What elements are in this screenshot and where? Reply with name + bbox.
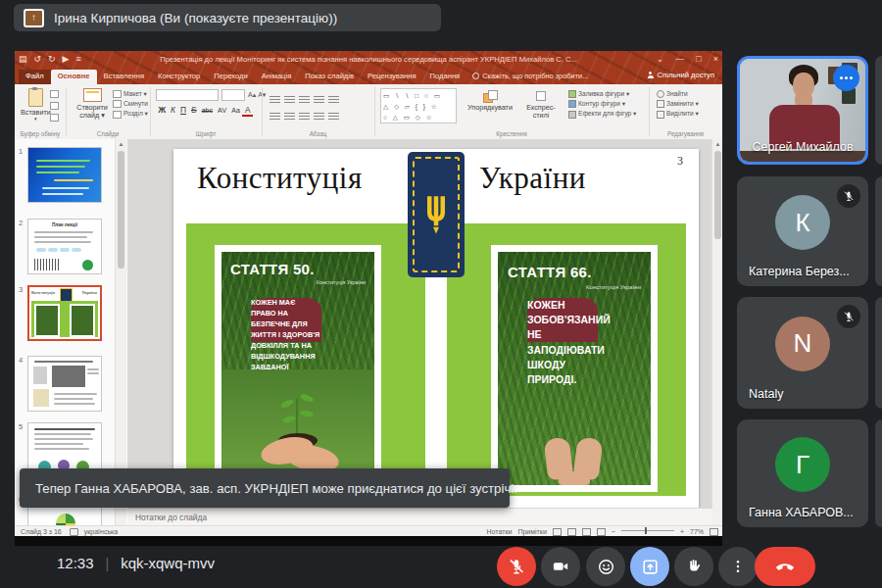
lightbulb-icon (472, 73, 479, 79)
reading-view-icon[interactable] (582, 528, 591, 536)
reset-button[interactable]: Скинути (113, 99, 148, 109)
tab-animations[interactable]: Анімація (255, 70, 299, 84)
camera-icon (552, 558, 569, 575)
reactions-button[interactable] (586, 547, 625, 586)
find-button[interactable]: Знайти (657, 89, 699, 99)
current-slide[interactable]: 3 Конституція України СТАТТЯ 5 (173, 149, 699, 508)
new-slide-button[interactable]: Створити слайд ▾ (72, 88, 113, 121)
smiley-icon (597, 558, 615, 576)
scroll-up-icon[interactable]: ▲ (712, 139, 722, 149)
cut-icon[interactable] (50, 90, 59, 98)
zoom-out-button[interactable]: − (612, 528, 615, 535)
slide-thumbnail-4[interactable] (27, 356, 102, 412)
tab-file[interactable]: Файл (19, 70, 51, 84)
tab-insert[interactable]: Вставлення (97, 70, 152, 84)
copy-icon[interactable] (50, 102, 59, 110)
char-spacing-button[interactable]: АV (215, 104, 228, 117)
tell-me-box[interactable]: Скажіть, що потрібно зробити... (466, 69, 594, 84)
group-clipboard-label: Буфер обміну (15, 130, 66, 137)
shape-effects-button[interactable]: Ефекти для фігур ▾ (568, 109, 636, 119)
strikethrough-button[interactable]: S (189, 104, 200, 117)
avatar: N (775, 317, 830, 371)
paste-button[interactable]: Вставити▾ (21, 88, 51, 122)
minimize-button[interactable]: — (675, 52, 684, 66)
mic-off-icon (837, 305, 860, 328)
participant-tile-video[interactable]: Сергей Михайлов (737, 56, 868, 165)
customize-qat-icon[interactable]: ≡ (76, 53, 81, 66)
maximize-button[interactable]: □ (696, 52, 701, 66)
more-options-button[interactable] (718, 547, 758, 586)
article66-body: КОЖЕН ЗОБОВ'ЯЗАНИЙ НЕ ЗАПОДІЮВАТИ ШКОДУ … (527, 298, 598, 342)
undo-icon[interactable]: ↺ (34, 53, 42, 66)
tab-transitions[interactable]: Переходи (207, 70, 254, 84)
arrange-button[interactable]: Упорядкувати (466, 90, 514, 112)
spellcheck-icon[interactable] (70, 528, 78, 536)
font-size-select[interactable] (221, 89, 245, 101)
comments-toggle[interactable]: Примітки (517, 528, 546, 535)
participant-tile-katerina[interactable]: К Катерина Берез... (737, 176, 868, 286)
notes-toggle[interactable]: Нотатки (487, 528, 513, 535)
slideshow-view-icon[interactable] (597, 528, 606, 536)
align-buttons[interactable] (268, 108, 341, 125)
article50-heading: СТАТТЯ 50. (230, 261, 366, 277)
scroll-up-icon[interactable]: ▲ (116, 139, 126, 149)
zoom-slider[interactable] (621, 530, 674, 531)
slideshow-icon[interactable]: ▶ (63, 53, 70, 66)
participant-tile-nataly[interactable]: N Nataly (737, 297, 868, 409)
tab-slideshow[interactable]: Показ слайдів (298, 70, 361, 84)
italic-button[interactable]: К (169, 104, 178, 117)
bullet-list-buttons[interactable] (268, 91, 341, 109)
font-color-button[interactable]: А (242, 105, 253, 117)
select-button[interactable]: Виділити ▾ (657, 109, 699, 119)
normal-view-icon[interactable] (553, 528, 562, 536)
section-button[interactable]: Розділ ▾ (113, 109, 148, 119)
slide-title-word2: України (479, 161, 586, 196)
slide-area-scrollbar[interactable]: ▲ (711, 139, 722, 535)
bold-button[interactable]: Ж (156, 104, 169, 117)
ribbon-options-button[interactable]: ⌄ (657, 52, 664, 66)
raise-hand-button[interactable] (674, 547, 713, 586)
mic-toggle-button[interactable] (497, 547, 536, 586)
tab-view[interactable]: Подання (423, 70, 467, 84)
poster-article-50: СТАТТЯ 50. КОЖЕН МАЄ ПРАВО НА БЕЗПЕЧНЕ Д… (215, 245, 381, 492)
tile-more-options-button[interactable] (833, 65, 859, 91)
language-indicator[interactable]: українська (84, 528, 118, 535)
tab-review[interactable]: Рецензування (361, 70, 423, 84)
save-icon[interactable]: ▤ (19, 53, 27, 66)
notes-panel[interactable]: Нотатки до слайда (127, 508, 712, 526)
underline-button[interactable]: П (178, 104, 189, 117)
tab-home[interactable]: Основне (51, 70, 97, 84)
shape-fill-button[interactable]: Заливка фігури ▾ (568, 89, 636, 99)
shape-outline-button[interactable]: Контур фігури ▾ (568, 99, 636, 109)
format-painter-icon[interactable] (50, 114, 59, 122)
quick-styles-button[interactable]: Експрес-стилі (519, 90, 563, 121)
avatar: Г (775, 437, 830, 492)
slide-sorter-icon[interactable] (567, 528, 576, 536)
ribbon-tabs: Файл Основне Вставлення Конструктор Пере… (19, 68, 594, 84)
slide-thumbnail-3-selected[interactable]: Конституція України (27, 285, 102, 341)
presenting-banner: ↑ Ірина Кирпичова (Ви (показуєте презент… (14, 4, 441, 31)
present-screen-icon: ↑ (24, 9, 44, 27)
tab-design[interactable]: Конструктор (151, 70, 207, 84)
shapes-gallery[interactable]: ▭ ∖ ∖ □ ○ ▭ △ ◇ ▱ { } ☆ ○ △ ▭ ◇ ☆ (380, 88, 457, 123)
replace-button[interactable]: Замінити ▾ (657, 99, 699, 109)
clear-format-button[interactable]: abc (199, 104, 215, 117)
article66-heading: СТАТТЯ 66. (508, 264, 641, 280)
camera-toggle-button[interactable] (541, 547, 580, 586)
close-button[interactable]: × (713, 52, 718, 66)
fit-slide-icon[interactable] (710, 528, 718, 536)
present-screen-button[interactable] (630, 547, 669, 586)
font-name-select[interactable] (156, 89, 219, 101)
slide-thumbnail-1[interactable] (27, 147, 102, 203)
end-call-button[interactable] (755, 547, 815, 586)
change-case-button[interactable]: Аа (229, 104, 243, 117)
zoom-in-button[interactable]: + (680, 528, 684, 535)
zoom-level[interactable]: 77% (690, 528, 704, 535)
layout-button[interactable]: Макет ▾ (113, 89, 148, 99)
grow-shrink-font-buttons[interactable]: А▴ А▾ (248, 91, 266, 99)
share-button[interactable]: Спільний доступ (648, 71, 714, 79)
join-notification-toast: Тепер Ганна ХАБАРОВА, зав. асп. УКРНДІЕП… (20, 468, 510, 508)
redo-icon[interactable]: ↻ (48, 53, 56, 66)
participant-tile-hanna[interactable]: Г Ганна ХАБАРОВ... (737, 419, 868, 527)
slide-thumbnail-2[interactable]: План лекції (27, 219, 102, 274)
